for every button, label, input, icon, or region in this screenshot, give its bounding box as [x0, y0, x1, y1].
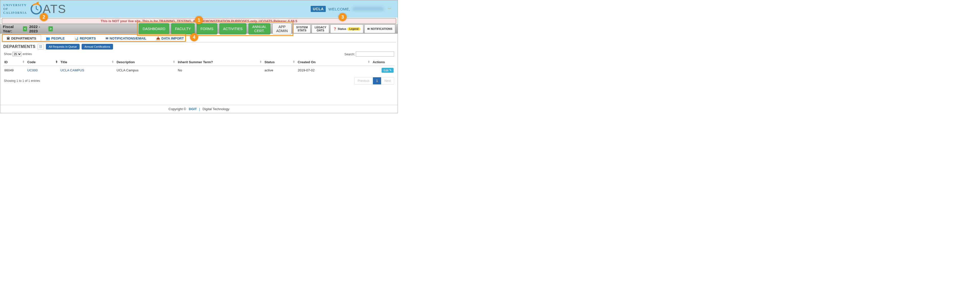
- chevron-down-icon[interactable]: ﹀: [387, 6, 391, 12]
- col-actions: Actions: [372, 59, 395, 66]
- footer-digital-tech: Digital Technology: [202, 107, 229, 111]
- chart-icon: 📊: [75, 36, 79, 40]
- search-control: Search:: [344, 51, 394, 57]
- tab-departments[interactable]: 🏛 DEPARTMENTS: [2, 35, 41, 42]
- annotation-3: 3: [339, 13, 347, 21]
- uc-logo-text: UNIVERSITY OF CALIFORNIA: [3, 3, 27, 15]
- toggle-view-button[interactable]: ☷: [38, 44, 44, 49]
- cell-created: 2019-07-02: [297, 66, 372, 75]
- list-icon: ☷: [39, 45, 42, 48]
- main-toolbar: Fiscal Year: < 2022 - 2023 > DASHBOARD F…: [0, 24, 398, 34]
- welcome-prefix: WELCOME,: [328, 7, 350, 11]
- annotation-1: 1: [195, 16, 203, 24]
- mail-icon: ✉: [367, 27, 370, 30]
- fiscal-year-label: Fiscal Year:: [3, 24, 21, 33]
- tab-reports-label: REPORTS: [80, 36, 96, 40]
- tab-people[interactable]: 👥 PEOPLE: [41, 35, 70, 42]
- cell-title-link[interactable]: UCLA CAMPUS: [60, 68, 84, 72]
- uc-line2: OF: [3, 7, 27, 11]
- col-description[interactable]: Description▲▼: [116, 59, 177, 66]
- sort-icon: ▲▼: [55, 60, 58, 63]
- tab-notifications-email-label: NOTIFICATIONS/EMAIL: [110, 36, 146, 40]
- page-prev-button[interactable]: Previous: [354, 77, 373, 84]
- cell-code-link[interactable]: UC000: [27, 68, 38, 72]
- footer-dgit-link[interactable]: DGIT: [189, 107, 197, 111]
- col-code[interactable]: Code▲▼: [26, 59, 59, 66]
- tab-reports[interactable]: 📊 REPORTS: [70, 35, 101, 42]
- tab-departments-label: DEPARTMENTS: [11, 36, 36, 40]
- pagination: Previous 1 Next: [354, 77, 394, 84]
- col-status[interactable]: Status▲▼: [264, 59, 297, 66]
- nav-app-admin-button[interactable]: APP ADMIN: [272, 23, 291, 35]
- cell-inherit: No: [177, 66, 264, 75]
- fiscal-year-value: 2022 - 2023: [29, 24, 46, 33]
- footer-separator: |: [199, 107, 200, 111]
- oats-logo: ATS: [30, 2, 66, 16]
- alert-wrapper: This is NOT your live site. This is for …: [0, 18, 398, 24]
- sort-icon: ▲▼: [22, 60, 25, 63]
- annual-certifications-button[interactable]: Annual Certifications: [82, 44, 113, 49]
- sort-icon: ▲▼: [173, 60, 175, 63]
- clock-icon: [30, 3, 42, 14]
- nav-forms-button[interactable]: FORMS: [197, 23, 217, 35]
- entries-length-control: Show 25 entries: [4, 52, 32, 56]
- departments-title: DEPARTMENTS: [3, 44, 35, 49]
- datatable-bottom-controls: Showing 1 to 1 of 1 entries Previous 1 N…: [0, 75, 398, 89]
- subtabs-bar: 🏛 DEPARTMENTS 👥 PEOPLE 📊 REPORTS ✉ NOTIF…: [2, 35, 396, 42]
- top-banner: UNIVERSITY OF CALIFORNIA ATS 2 UCLA WELC…: [0, 0, 398, 17]
- annotation-2: 2: [40, 13, 48, 21]
- question-icon: ❓: [333, 27, 337, 30]
- tab-people-label: PEOPLE: [51, 36, 65, 40]
- col-id[interactable]: ID▲▼: [3, 59, 26, 66]
- search-input[interactable]: [356, 51, 394, 57]
- cell-status: active: [264, 66, 297, 75]
- campus-badge: UCLA: [311, 6, 326, 12]
- annotation-4: 4: [190, 33, 198, 41]
- all-requests-queue-button[interactable]: All Requests In Queue: [46, 44, 80, 49]
- tab-notifications-email[interactable]: ✉ NOTIFICATIONS/EMAIL: [101, 35, 151, 42]
- nav-activities-button[interactable]: ACTIVITIES: [220, 23, 247, 35]
- entries-select[interactable]: 25: [12, 52, 22, 56]
- table-row: 86049 UC000 UCLA CAMPUS UCLA Campus No a…: [3, 66, 395, 75]
- sort-icon: ▲▼: [368, 60, 370, 63]
- notifications-button[interactable]: ✉ NOTIFICATIONS: [364, 24, 395, 33]
- departments-header-row: DEPARTMENTS ☷ All Requests In Queue Annu…: [0, 42, 398, 51]
- edit-button[interactable]: Edit✎: [382, 68, 394, 73]
- show-prefix: Show: [4, 52, 11, 56]
- welcome-area[interactable]: UCLA WELCOME, ﹀: [311, 6, 395, 12]
- cell-id: 86049: [3, 66, 26, 75]
- nav-dashboard-button[interactable]: DASHBOARD: [139, 23, 169, 35]
- fiscal-year-next-button[interactable]: >: [48, 26, 53, 32]
- uc-line1: UNIVERSITY: [3, 3, 27, 7]
- tab-data-import[interactable]: 📥 DATA IMPORT: [151, 35, 189, 42]
- main-nav-group: DASHBOARD FACULTY FORMS ACTIVITIES ANNUA…: [137, 22, 293, 36]
- page-next-button[interactable]: Next: [381, 77, 394, 84]
- nav-annual-cert-button[interactable]: ANNUAL CERT.: [248, 23, 270, 35]
- utility-buttons: SYSTEM STATS LEGACY OATS ❓ Status Legend…: [293, 24, 396, 33]
- notifications-label: NOTIFICATIONS: [371, 27, 392, 30]
- nav-faculty-button[interactable]: FACULTY: [171, 23, 195, 35]
- cell-description: UCLA Campus: [116, 66, 177, 75]
- col-created[interactable]: Created On▲▼: [297, 59, 372, 66]
- import-icon: 📥: [156, 36, 160, 40]
- footer: Copyright © DGIT | Digital Technology: [0, 105, 398, 113]
- sort-icon: ▲▼: [259, 60, 262, 63]
- show-suffix: entries: [23, 52, 32, 56]
- mail-icon: ✉: [106, 36, 108, 40]
- col-inherit[interactable]: Inherit Summer Term?▲▼: [177, 59, 264, 66]
- pencil-icon: ✎: [389, 68, 391, 72]
- system-stats-button[interactable]: SYSTEM STATS: [293, 24, 310, 33]
- tab-data-import-label: DATA IMPORT: [161, 36, 184, 40]
- col-title[interactable]: Title▲▼: [59, 59, 116, 66]
- departments-table: ID▲▼ Code▲▼ Title▲▼ Description▲▼ Inheri…: [3, 59, 395, 75]
- datatable-top-controls: Show 25 entries Search:: [0, 51, 398, 59]
- status-legend-button[interactable]: ❓ Status Legend: [330, 24, 363, 33]
- uc-line3: CALIFORNIA: [3, 11, 27, 15]
- people-icon: 👥: [46, 36, 50, 40]
- legacy-oats-button[interactable]: LEGACY OATS: [312, 24, 329, 33]
- status-label: Status: [338, 27, 347, 30]
- legend-pill: Legend: [347, 27, 361, 30]
- fiscal-year-prev-button[interactable]: <: [23, 26, 27, 32]
- page-1-button[interactable]: 1: [373, 77, 381, 84]
- search-label: Search:: [344, 52, 355, 56]
